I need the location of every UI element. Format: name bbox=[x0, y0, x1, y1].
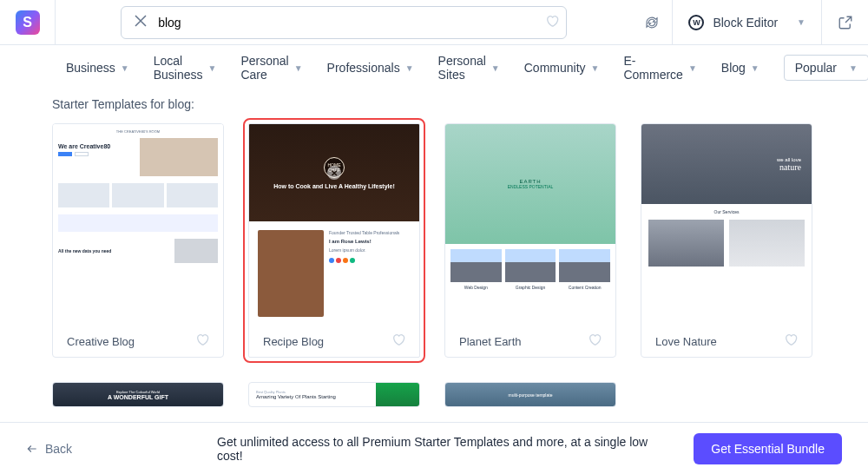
template-grid: THE CREATIVE80'S ROOM We are Creative80 … bbox=[52, 123, 812, 358]
template-preview: EARTH ENDLESS POTENTIAL Web DesignGraphi… bbox=[445, 124, 615, 326]
template-card-planet-earth[interactable]: EARTH ENDLESS POTENTIAL Web DesignGraphi… bbox=[444, 123, 616, 358]
chevron-down-icon: ▼ bbox=[849, 63, 858, 73]
template-card-creative-blog[interactable]: THE CREATIVE80'S ROOM We are Creative80 … bbox=[52, 123, 224, 358]
sort-label: Popular bbox=[795, 61, 837, 75]
filter-bar: Business▼ Local Business▼ Personal Care▼… bbox=[0, 45, 868, 90]
template-preview: THE CREATIVE80'S ROOM We are Creative80 … bbox=[53, 124, 223, 326]
open-external-button[interactable] bbox=[821, 0, 868, 45]
filter-business[interactable]: Business▼ bbox=[66, 61, 129, 75]
logo-cell bbox=[0, 0, 56, 45]
filter-blog[interactable]: Blog▼ bbox=[721, 61, 760, 75]
favorite-icon[interactable] bbox=[588, 332, 602, 350]
editor-label: Block Editor bbox=[713, 16, 778, 30]
promo-text: Get unlimited access to all Premium Star… bbox=[217, 435, 651, 463]
template-card-love-nature[interactable]: we all love nature Our Services Love Nat… bbox=[641, 123, 812, 358]
favorite-icon[interactable] bbox=[784, 332, 798, 350]
back-button[interactable]: Back bbox=[26, 442, 72, 456]
card-footer: Recipe Blog bbox=[249, 326, 419, 357]
clear-search-icon[interactable] bbox=[128, 15, 153, 30]
favorite-icon[interactable] bbox=[195, 332, 209, 350]
template-name: Planet Earth bbox=[459, 335, 522, 348]
filter-professionals[interactable]: Professionals▼ bbox=[327, 61, 414, 75]
empty-slot bbox=[641, 382, 812, 407]
search-wrap bbox=[56, 6, 632, 39]
template-name: Love Nature bbox=[655, 335, 717, 348]
filter-local-business[interactable]: Local Business▼ bbox=[154, 54, 217, 82]
wordpress-icon: W bbox=[688, 15, 704, 30]
card-footer: Creative Blog bbox=[53, 326, 223, 357]
template-card-plants[interactable]: Best Quality PlantsAmazing Variety Of Pl… bbox=[248, 382, 420, 407]
favorite-icon[interactable] bbox=[391, 332, 405, 350]
template-card-mountain[interactable]: multi-purpose template bbox=[444, 382, 616, 407]
template-preview: HOME CHEF ✕ How to Cook and Live A Healt… bbox=[249, 124, 419, 326]
search-box bbox=[121, 6, 567, 39]
chevron-down-icon: ▼ bbox=[688, 63, 697, 73]
top-bar: W Block Editor ▼ bbox=[0, 0, 868, 45]
template-preview: we all love nature Our Services bbox=[641, 124, 812, 326]
close-icon[interactable]: ✕ bbox=[327, 166, 341, 180]
filter-personal-care[interactable]: Personal Care▼ bbox=[240, 54, 302, 82]
chevron-down-icon: ▼ bbox=[491, 63, 500, 73]
chevron-down-icon: ▼ bbox=[405, 63, 414, 73]
content-area: Starter Templates for blog: THE CREATIVE… bbox=[0, 90, 868, 407]
back-label: Back bbox=[45, 442, 72, 456]
filter-community[interactable]: Community▼ bbox=[524, 61, 600, 75]
chevron-down-icon: ▼ bbox=[751, 63, 760, 73]
sort-selector[interactable]: Popular ▼ bbox=[784, 55, 868, 81]
chevron-down-icon: ▼ bbox=[121, 63, 129, 73]
template-name: Recipe Blog bbox=[263, 335, 324, 348]
template-card-outdoor[interactable]: Explore The Colourful World A WONDERFUL … bbox=[52, 382, 224, 407]
app-logo[interactable] bbox=[16, 10, 40, 35]
arrow-left-icon bbox=[26, 443, 38, 455]
filter-ecommerce[interactable]: E-Commerce▼ bbox=[623, 54, 696, 82]
template-name: Creative Blog bbox=[67, 335, 135, 348]
template-grid-row-2: Explore The Colourful World A WONDERFUL … bbox=[52, 382, 812, 407]
chevron-down-icon: ▼ bbox=[208, 63, 217, 73]
template-card-recipe-blog[interactable]: HOME CHEF ✕ How to Cook and Live A Healt… bbox=[248, 123, 420, 358]
chevron-down-icon: ▼ bbox=[797, 17, 806, 27]
card-footer: Love Nature bbox=[641, 326, 812, 357]
editor-selector[interactable]: W Block Editor ▼ bbox=[672, 0, 821, 45]
get-bundle-button[interactable]: Get Essential Bundle bbox=[694, 433, 842, 464]
sync-button[interactable] bbox=[632, 15, 672, 30]
search-input[interactable] bbox=[153, 16, 540, 30]
filter-personal-sites[interactable]: Personal Sites▼ bbox=[438, 54, 500, 82]
card-footer: Planet Earth bbox=[445, 326, 615, 357]
results-heading: Starter Templates for blog: bbox=[52, 97, 812, 111]
chevron-down-icon: ▼ bbox=[591, 63, 600, 73]
search-favorite-icon[interactable] bbox=[545, 14, 559, 31]
bottom-bar: Back Get unlimited access to all Premium… bbox=[0, 422, 868, 474]
chevron-down-icon: ▼ bbox=[294, 63, 303, 73]
